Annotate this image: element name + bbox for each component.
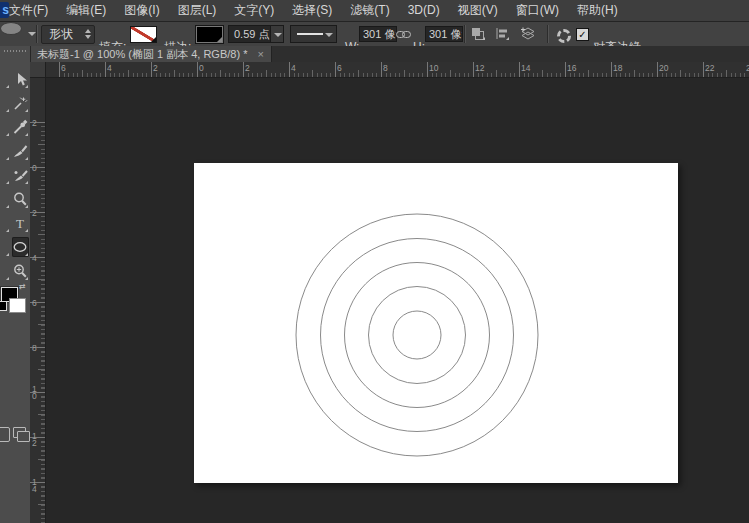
fill-swatch-caret-icon — [151, 37, 156, 42]
swap-colors-icon[interactable]: ⇄ — [19, 282, 26, 291]
flyout-triangle-icon — [25, 253, 28, 256]
path-arrangement-icon[interactable] — [520, 27, 536, 41]
menu-bar: s 文件(F)编辑(E)图像(I)图层(L)文字(Y)选择(S)滤镜(T)3D(… — [0, 0, 749, 22]
tool-button-partial[interactable] — [0, 237, 10, 257]
flyout-triangle-icon — [25, 109, 28, 112]
fill-color-swatch[interactable] — [130, 26, 157, 43]
flyout-triangle-icon — [6, 181, 9, 184]
screen-mode-icon[interactable] — [13, 427, 26, 438]
tool-preset-caret-icon[interactable] — [28, 32, 36, 36]
tool-preset-ellipse-icon[interactable] — [0, 22, 22, 35]
photoshop-app-icon: s — [0, 2, 9, 18]
flyout-triangle-icon — [6, 157, 9, 160]
background-color-swatch[interactable] — [9, 298, 26, 313]
document-tab-title: 未标题-1 @ 100% (椭圆 1 副本 4, RGB/8) * — [37, 48, 247, 60]
pasteboard[interactable] — [46, 78, 749, 523]
vruler-label: 2 — [32, 210, 37, 217]
vruler-label: 0 — [32, 165, 37, 172]
tool-button-partial[interactable] — [0, 141, 10, 161]
horizontal-ruler[interactable]: 642024681012141618202224 — [46, 62, 749, 78]
close-tab-icon[interactable]: × — [258, 48, 264, 60]
default-colors-icon[interactable] — [0, 301, 7, 311]
ellipse-shape-path[interactable] — [296, 214, 538, 456]
stroke-type-dropdown[interactable] — [290, 25, 337, 43]
menu-item-10[interactable]: 窗口(W) — [507, 0, 568, 21]
flyout-triangle-icon — [6, 109, 9, 112]
magic-wand-tool-button[interactable] — [12, 93, 29, 113]
tool-button-partial[interactable] — [0, 213, 10, 233]
tool-button-partial[interactable] — [0, 117, 10, 137]
hruler-label: 18 — [613, 63, 622, 73]
flyout-triangle-icon — [25, 133, 28, 136]
document-canvas[interactable] — [194, 163, 678, 483]
menu-item-6[interactable]: 选择(S) — [283, 0, 341, 21]
separator — [36, 25, 38, 43]
path-operations-icon[interactable] — [471, 27, 485, 41]
brush-tool-button[interactable] — [12, 141, 29, 161]
flyout-triangle-icon — [6, 85, 9, 88]
flyout-triangle-icon — [25, 157, 28, 160]
hruler-label: 10 — [429, 63, 438, 73]
shape-mode-dropdown[interactable]: 形状 — [41, 25, 95, 44]
tool-button-partial[interactable] — [0, 261, 10, 281]
flyout-triangle-icon — [25, 277, 28, 280]
menu-item-2[interactable]: 编辑(E) — [57, 0, 115, 21]
shape-height-field[interactable]: 301 像素 — [425, 26, 463, 42]
menu-item-5[interactable]: 文字(Y) — [225, 0, 283, 21]
menu-item-3[interactable]: 图像(I) — [115, 0, 168, 21]
ellipse-shape-path[interactable] — [345, 263, 490, 408]
hruler-label: 2 — [245, 63, 250, 73]
solid-line-icon — [297, 33, 323, 35]
menu-item-11[interactable]: 帮助(H) — [568, 0, 627, 21]
document-tab[interactable]: 未标题-1 @ 100% (椭圆 1 副本 4, RGB/8) * × — [30, 46, 272, 62]
quick-mask-icon[interactable] — [0, 427, 10, 442]
menu-item-7[interactable]: 滤镜(T) — [341, 0, 398, 21]
dodge-tool-button[interactable] — [12, 189, 29, 209]
flyout-triangle-icon — [6, 277, 9, 280]
hruler-label: 16 — [567, 63, 576, 73]
hruler-label: 0 — [199, 63, 204, 73]
ruler-origin-corner[interactable] — [30, 62, 46, 78]
ellipse-shape-path[interactable] — [321, 239, 514, 432]
path-alignment-icon[interactable] — [495, 27, 509, 41]
concentric-circles-shapes — [194, 163, 678, 483]
panel-grip-icon[interactable] — [4, 50, 26, 52]
vertical-ruler[interactable]: 202468101214 — [30, 78, 46, 523]
flyout-triangle-icon — [25, 229, 28, 232]
hruler-label: 14 — [521, 63, 530, 73]
flyout-triangle-icon — [25, 205, 28, 208]
align-edges-checkbox[interactable]: ✓ — [576, 28, 589, 41]
vruler-label: 14 — [32, 479, 37, 493]
ellipse-shape-path[interactable] — [393, 311, 441, 359]
stroke-swatch-caret-icon — [217, 37, 222, 42]
zoom-tool-button[interactable] — [12, 261, 29, 281]
eyedropper-tool-button[interactable] — [12, 117, 29, 137]
move-tool-button[interactable] — [12, 69, 29, 89]
ellipse-tool-button[interactable] — [12, 237, 29, 257]
hruler-label: 6 — [61, 63, 66, 73]
type-tool-button[interactable]: T — [12, 213, 29, 233]
constrain-proportions-icon[interactable] — [396, 30, 411, 39]
shape-width-field[interactable]: 301 像素 — [359, 26, 397, 42]
vruler-label: 4 — [32, 255, 37, 262]
tool-button-partial[interactable] — [0, 93, 10, 113]
stroke-width-field[interactable]: 0.59 点 — [228, 25, 275, 43]
tool-button-partial[interactable] — [0, 69, 10, 89]
menu-item-9[interactable]: 视图(V) — [449, 0, 507, 21]
mixer-brush-tool-button[interactable] — [12, 165, 29, 185]
svg-text:T: T — [16, 216, 24, 231]
ellipse-shape-path[interactable] — [369, 287, 466, 384]
hruler-label: 22 — [705, 63, 714, 73]
menu-item-8[interactable]: 3D(D) — [399, 0, 449, 21]
shape-mode-spinner-icon — [85, 29, 91, 39]
hruler-label: 2 — [153, 63, 158, 73]
stroke-width-dropdown[interactable] — [270, 25, 284, 43]
stroke-color-swatch[interactable] — [196, 26, 223, 43]
gear-icon[interactable] — [557, 29, 571, 43]
tool-options-bar: 形状 填充: 描边: 0.59 点 W: 301 像素 H: 301 像素 — [0, 22, 749, 47]
flyout-triangle-icon — [6, 205, 9, 208]
tool-button-partial[interactable] — [0, 165, 10, 185]
tool-button-partial[interactable] — [0, 189, 10, 209]
menu-item-4[interactable]: 图层(L) — [169, 0, 226, 21]
flyout-triangle-icon — [25, 181, 28, 184]
